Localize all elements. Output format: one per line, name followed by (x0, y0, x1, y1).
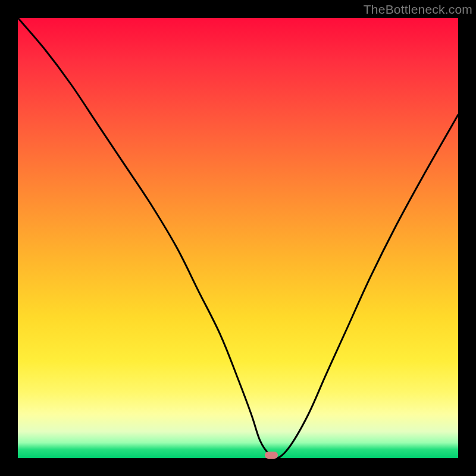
chart-gradient-area (18, 18, 458, 458)
chart-frame: TheBottleneck.com (0, 0, 476, 476)
watermark-text: TheBottleneck.com (364, 2, 472, 17)
optimum-marker (265, 452, 278, 459)
